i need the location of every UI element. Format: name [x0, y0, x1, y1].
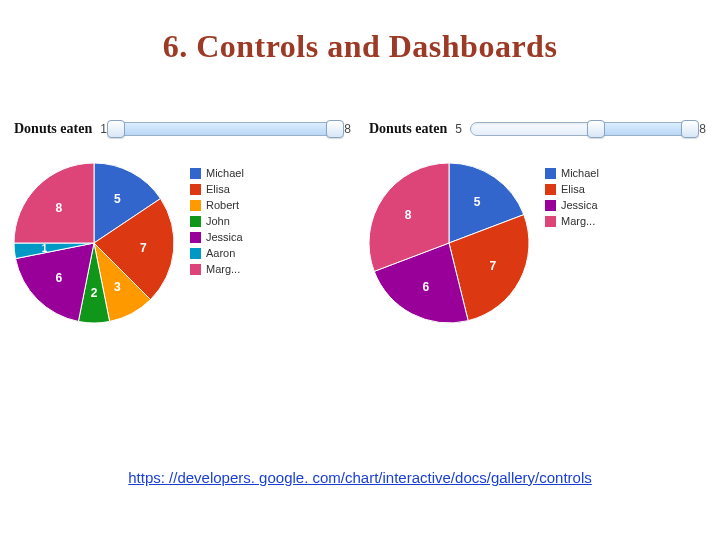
- pie-slice-marg[interactable]: [14, 163, 94, 243]
- slice-value-label: 6: [56, 271, 63, 285]
- slice-value-label: 5: [474, 195, 481, 209]
- slider-max-value: 8: [344, 122, 351, 136]
- legend-item[interactable]: Michael: [545, 167, 599, 179]
- range-slider[interactable]: Donuts eaten18: [14, 121, 351, 137]
- slice-value-label: 6: [423, 280, 430, 294]
- slice-value-label: 8: [56, 201, 63, 215]
- legend: MichaelElisaRobertJohnJessicaAaronMarg..…: [190, 163, 244, 275]
- legend-swatch: [545, 168, 556, 179]
- slice-value-label: 1: [42, 242, 48, 253]
- legend-label: Elisa: [561, 183, 585, 195]
- slider-track[interactable]: [470, 122, 691, 136]
- legend-swatch: [190, 184, 201, 195]
- legend-item[interactable]: John: [190, 215, 244, 227]
- source-link[interactable]: https: //developers. google. com/chart/i…: [128, 469, 592, 486]
- slider-max-value: 8: [699, 122, 706, 136]
- legend-item[interactable]: Michael: [190, 167, 244, 179]
- slider-thumb-low[interactable]: [587, 120, 605, 138]
- legend-label: Marg...: [561, 215, 595, 227]
- slider-min-value: 5: [455, 122, 462, 136]
- legend-label: Michael: [206, 167, 244, 179]
- legend: MichaelElisaJessicaMarg...: [545, 163, 599, 227]
- legend-item[interactable]: Robert: [190, 199, 244, 211]
- slice-value-label: 5: [114, 192, 121, 206]
- pie-chart: 5732618: [14, 163, 174, 323]
- legend-item[interactable]: Jessica: [190, 231, 244, 243]
- legend-swatch: [190, 168, 201, 179]
- page-title: 6. Controls and Dashboards: [0, 0, 720, 65]
- chart-area: 5732618MichaelElisaRobertJohnJessicaAaro…: [14, 163, 351, 323]
- slice-value-label: 8: [405, 208, 412, 222]
- legend-item[interactable]: Marg...: [190, 263, 244, 275]
- slider-min-value: 1: [100, 122, 107, 136]
- dashboards-row: Donuts eaten185732618MichaelElisaRobertJ…: [0, 65, 720, 323]
- legend-label: Robert: [206, 199, 239, 211]
- slice-value-label: 7: [490, 259, 497, 273]
- legend-item[interactable]: Marg...: [545, 215, 599, 227]
- source-link-row: https: //developers. google. com/chart/i…: [0, 469, 720, 486]
- slider-thumb-high[interactable]: [681, 120, 699, 138]
- slice-value-label: 2: [91, 286, 98, 300]
- slider-label: Donuts eaten: [14, 121, 92, 137]
- legend-label: Jessica: [561, 199, 598, 211]
- legend-swatch: [190, 216, 201, 227]
- legend-label: Marg...: [206, 263, 240, 275]
- legend-label: Elisa: [206, 183, 230, 195]
- legend-label: John: [206, 215, 230, 227]
- slice-value-label: 7: [140, 241, 147, 255]
- legend-swatch: [545, 216, 556, 227]
- legend-item[interactable]: Elisa: [190, 183, 244, 195]
- legend-swatch: [190, 248, 201, 259]
- dashboard-1: Donuts eaten185732618MichaelElisaRobertJ…: [14, 121, 351, 323]
- legend-swatch: [190, 232, 201, 243]
- slice-value-label: 3: [114, 280, 121, 294]
- pie-chart: 5768: [369, 163, 529, 323]
- legend-label: Aaron: [206, 247, 235, 259]
- slider-thumb-low[interactable]: [107, 120, 125, 138]
- chart-area: 5768MichaelElisaJessicaMarg...: [369, 163, 706, 323]
- legend-item[interactable]: Aaron: [190, 247, 244, 259]
- legend-swatch: [190, 264, 201, 275]
- legend-label: Michael: [561, 167, 599, 179]
- range-slider[interactable]: Donuts eaten58: [369, 121, 706, 137]
- legend-item[interactable]: Jessica: [545, 199, 599, 211]
- legend-swatch: [545, 200, 556, 211]
- legend-label: Jessica: [206, 231, 243, 243]
- legend-swatch: [190, 200, 201, 211]
- slider-thumb-high[interactable]: [326, 120, 344, 138]
- legend-item[interactable]: Elisa: [545, 183, 599, 195]
- slider-track[interactable]: [115, 122, 336, 136]
- dashboard-2: Donuts eaten585768MichaelElisaJessicaMar…: [369, 121, 706, 323]
- legend-swatch: [545, 184, 556, 195]
- slider-label: Donuts eaten: [369, 121, 447, 137]
